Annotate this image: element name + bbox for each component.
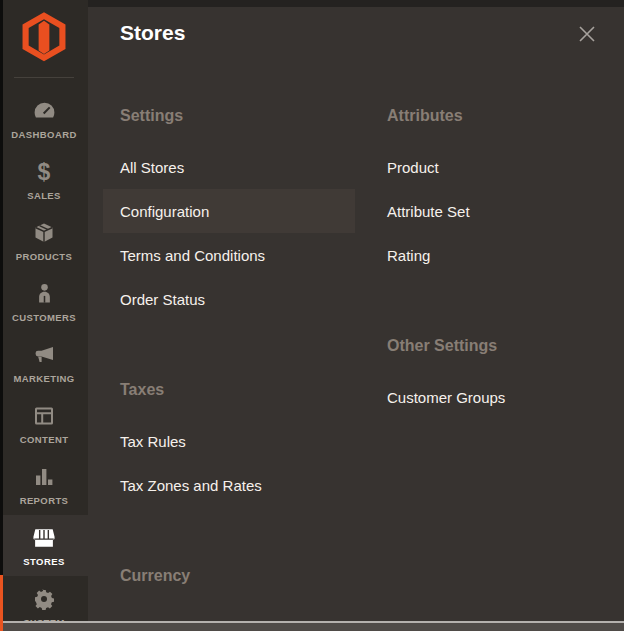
magento-admin-stores-menu: DASHBOARD $ SALES PRODUCTS (0, 0, 624, 631)
sidebar-item-label: CUSTOMERS (12, 312, 76, 323)
admin-sidebar: DASHBOARD $ SALES PRODUCTS (0, 0, 88, 621)
sidebar-item-label: PRODUCTS (16, 251, 73, 262)
section-title: Taxes (120, 379, 355, 401)
close-button[interactable] (574, 23, 600, 49)
sidebar-item-dashboard[interactable]: DASHBOARD (0, 88, 88, 149)
admin-header-strip (88, 0, 624, 7)
menu-item-product[interactable]: Product (370, 145, 622, 189)
megaphone-icon (32, 342, 56, 368)
sidebar-item-reports[interactable]: REPORTS (0, 454, 88, 515)
sidebar-item-label: REPORTS (20, 495, 69, 506)
box-icon (32, 220, 56, 246)
sidebar-item-stores[interactable]: STORES (0, 515, 88, 576)
menu-item-configuration[interactable]: Configuration (103, 189, 355, 233)
sidebar-item-label: DASHBOARD (11, 129, 76, 140)
window-left-edge (0, 0, 3, 631)
section-title: Settings (120, 105, 355, 127)
sidebar-item-label: SALES (27, 190, 61, 201)
menu-item-label: Terms and Conditions (120, 247, 265, 264)
sidebar-item-content[interactable]: CONTENT (0, 393, 88, 454)
layout-icon (32, 403, 56, 429)
menu-item-currency-rates[interactable]: Currency Rates (103, 605, 355, 621)
menu-item-label: Customer Groups (387, 389, 505, 406)
sidebar-menu: DASHBOARD $ SALES PRODUCTS (0, 88, 88, 631)
menu-item-order-status[interactable]: Order Status (103, 277, 355, 321)
menu-item-tax-zones-and-rates[interactable]: Tax Zones and Rates (103, 463, 355, 507)
menu-item-tax-rules[interactable]: Tax Rules (103, 419, 355, 463)
menu-item-all-stores[interactable]: All Stores (103, 145, 355, 189)
section-title: Other Settings (387, 335, 622, 357)
dollar-icon: $ (38, 159, 51, 185)
menu-item-label: All Stores (120, 159, 184, 176)
menu-item-customer-groups[interactable]: Customer Groups (370, 375, 622, 419)
section-title: Currency (120, 565, 355, 587)
section-title: Attributes (387, 105, 622, 127)
sidebar-divider (14, 77, 74, 78)
page-bottom-strip (0, 621, 624, 631)
section-taxes: Taxes Tax Rules Tax Zones and Rates (103, 379, 355, 507)
sidebar-item-label: CONTENT (20, 434, 69, 445)
menu-item-label: Configuration (120, 203, 209, 220)
sidebar-item-label: MARKETING (13, 373, 74, 384)
bar-chart-icon (32, 464, 56, 490)
sidebar-item-sales[interactable]: $ SALES (0, 149, 88, 210)
menu-item-attribute-set[interactable]: Attribute Set (370, 189, 622, 233)
menu-item-label: Currency Rates (120, 619, 224, 622)
stores-flyout-panel: Stores Settings All Stores Configuration… (88, 7, 624, 621)
flyout-title: Stores (120, 21, 185, 45)
menu-item-label: Attribute Set (387, 203, 470, 220)
gear-icon (32, 586, 56, 612)
section-other-settings: Other Settings Customer Groups (370, 335, 622, 419)
storefront-icon (31, 525, 57, 551)
menu-item-label: Rating (387, 247, 430, 264)
sidebar-item-label: STORES (23, 556, 64, 567)
menu-item-label: Order Status (120, 291, 205, 308)
magento-logo-button[interactable] (0, 9, 88, 69)
person-icon (33, 281, 56, 307)
sidebar-item-products[interactable]: PRODUCTS (0, 210, 88, 271)
sidebar-item-customers[interactable]: CUSTOMERS (0, 271, 88, 332)
close-icon (576, 23, 598, 49)
menu-item-label: Tax Rules (120, 433, 186, 450)
left-edge-orange-marker (0, 575, 3, 631)
section-settings: Settings All Stores Configuration Terms … (103, 105, 355, 321)
sidebar-item-marketing[interactable]: MARKETING (0, 332, 88, 393)
section-currency: Currency Currency Rates (103, 565, 355, 621)
dashboard-gauge-icon (32, 98, 57, 124)
menu-item-label: Tax Zones and Rates (120, 477, 262, 494)
magento-logo (21, 12, 67, 67)
menu-item-rating[interactable]: Rating (370, 233, 622, 277)
section-attributes: Attributes Product Attribute Set Rating (370, 105, 622, 277)
menu-item-terms-and-conditions[interactable]: Terms and Conditions (103, 233, 355, 277)
menu-item-label: Product (387, 159, 439, 176)
